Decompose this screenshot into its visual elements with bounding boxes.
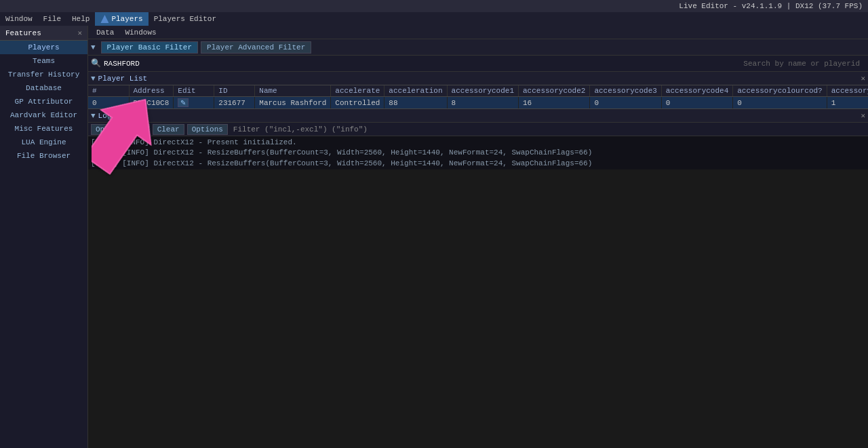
filter-bar: ▼ Player Basic Filter Player Advanced Fi… [88,39,868,56]
menu-players[interactable]: Players [95,12,148,26]
table-cell: 0 [88,97,129,109]
edit-cell[interactable]: ✎ [174,97,214,109]
col-name[interactable]: Name [255,85,331,97]
menu-window[interactable]: Window [0,12,38,26]
log-line: [1752] [INFO] DirectX12 - ResizeBuffers(… [91,148,865,158]
search-bar: 🔍 Search by name or playerid [88,56,868,72]
sidebar: Features ✕ Players Teams Transfer Histor… [0,26,88,448]
search-icon: 🔍 [91,58,101,68]
logs-content[interactable]: [5036] [INFO] DirectX12 - Present initia… [88,136,868,169]
menu-bar: Window File Help Players Players Editor [0,12,868,26]
col-acceleration[interactable]: acceleration [384,85,447,97]
col-accessorycolourcod[interactable]: accessorycolourcod? [733,85,827,97]
sidebar-item-players[interactable]: Players [0,41,87,54]
search-hint: Search by name or playerid [743,60,865,68]
table-cell: DDBC10C8 [129,97,174,109]
table-cell: 1 [827,97,868,109]
col-accelerate[interactable]: accelerate [331,85,384,97]
log-line: [5036] [INFO] DirectX12 - ResizeBuffers(… [91,169,865,169]
sidebar-item-database[interactable]: Database [0,81,87,95]
table-header-row: # Address Edit ID Name accelerate accele… [88,85,868,97]
player-table-container[interactable]: # Address Edit ID Name accelerate accele… [88,85,868,108]
col-edit: Edit [174,85,214,97]
table-cell: Controlled [331,97,384,109]
title-text: Live Editor - v24.1.1.9 | DX12 (37.7 FPS… [679,2,863,10]
col-num: # [88,85,129,97]
table-cell: 0 [590,97,661,109]
open-folder-button[interactable]: Open Folder [91,124,150,135]
col-accessorycode2[interactable]: accessorycode2 [519,85,590,97]
col-address[interactable]: Address [129,85,174,97]
logs-toolbar: Open Folder Clear Options Filter ("incl,… [88,123,868,136]
title-bar: Live Editor - v24.1.1.9 | DX12 (37.7 FPS… [0,0,868,12]
col-accessorycode4[interactable]: accessorycode4 [661,85,732,97]
tab-player-basic-filter[interactable]: Player Basic Filter [101,41,198,54]
logs-section: ▼ Logs ✕ Open Folder Clear Options Filte… [88,108,868,169]
options-button[interactable]: Options [187,124,228,135]
table-cell: 8 [447,97,518,109]
player-table: # Address Edit ID Name accelerate accele… [88,85,868,108]
table-cell: 231677 [214,97,255,109]
search-input[interactable] [104,60,743,68]
relative-container: ▼ Player List ✕ # Address Edit ID Name [88,72,868,448]
logs-triangle-icon: ▼ [91,112,96,120]
clear-button[interactable]: Clear [153,124,184,135]
table-cell: 88 [384,97,447,109]
main-layout: Features ✕ Players Teams Transfer Histor… [0,26,868,448]
tab-player-advanced-filter[interactable]: Player Advanced Filter [201,41,311,54]
menu-windows[interactable]: Windows [119,26,161,39]
logs-filter-text: Filter ("incl,-excl") ("info") [233,125,368,134]
table-cell: 0 [733,97,827,109]
sidebar-item-teams[interactable]: Teams [0,54,87,68]
sidebar-item-transfer-history[interactable]: Transfer History [0,68,87,81]
menu-file[interactable]: File [38,12,66,26]
sidebar-item-gp-attributor[interactable]: GP Attributor [0,95,87,108]
menu-players-editor[interactable]: Players Editor [149,12,222,26]
menu-data[interactable]: Data [91,26,119,39]
table-cell: 0 [661,97,732,109]
col-id[interactable]: ID [214,85,255,97]
log-line: [5036] [INFO] DirectX12 - ResizeBuffers(… [91,159,865,169]
logs-close-icon[interactable]: ✕ [861,111,865,120]
players-triangle-icon [100,15,108,23]
log-line: [5036] [INFO] DirectX12 - Present initia… [91,138,865,148]
sidebar-item-misc-features[interactable]: Misc Features [0,122,87,136]
col-accessorycolourcod2[interactable]: accessorycolourcod? [827,85,868,97]
col-accessorycode3[interactable]: accessorycode3 [590,85,661,97]
sidebar-item-lua-engine[interactable]: LUA Engine [0,136,87,149]
section-triangle-icon: ▼ [91,75,96,83]
sidebar-header: Features ✕ [0,26,87,41]
col-accessorycode1[interactable]: accessorycode1 [447,85,518,97]
table-cell: 16 [519,97,590,109]
logs-header: ▼ Logs ✕ [88,109,868,123]
content-area: Data Windows ▼ Player Basic Filter Playe… [88,26,868,448]
sidebar-item-file-browser[interactable]: File Browser [0,149,87,163]
data-menu-bar: Data Windows [88,26,868,39]
player-list-header: ▼ Player List ✕ [88,72,868,85]
filter-triangle-icon: ▼ [91,43,96,52]
sidebar-close-icon[interactable]: ✕ [77,28,82,37]
sidebar-item-aardvark-editor[interactable]: Aardvark Editor [0,108,87,122]
player-list-section: ▼ Player List ✕ # Address Edit ID Name [88,72,868,108]
menu-help[interactable]: Help [66,12,95,26]
table-cell: Marcus Rashford [255,97,331,109]
table-row: 0DDBC10C8✎231677Marcus RashfordControlle… [88,97,868,109]
player-list-close-icon[interactable]: ✕ [861,74,865,83]
edit-icon-button[interactable]: ✎ [178,98,189,107]
